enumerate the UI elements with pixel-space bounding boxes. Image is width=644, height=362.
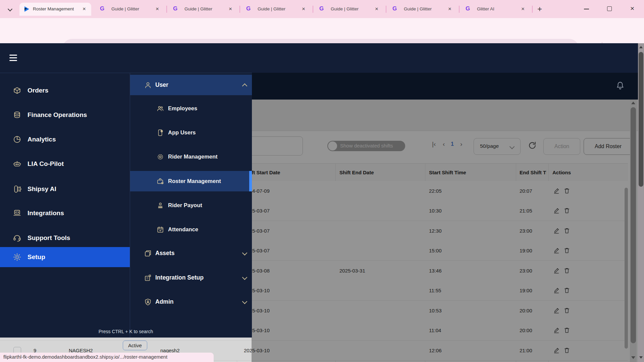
close-icon[interactable]: × xyxy=(229,6,232,12)
chevron-down-icon xyxy=(8,7,12,11)
tab-title: Guide | Glitter xyxy=(258,6,297,11)
close-icon[interactable]: × xyxy=(156,6,159,12)
close-icon[interactable]: × xyxy=(448,6,451,12)
tab-guide-5[interactable]: G Guide | Glitter × xyxy=(386,3,459,16)
flyout-item-rider-management[interactable]: Rider Management xyxy=(130,146,252,167)
flyout-item-employees[interactable]: Employees xyxy=(130,98,252,119)
glitter-favicon-icon: G xyxy=(173,5,177,12)
navigation-drawer: Orders Finance Operations Analytics LIA … xyxy=(0,73,252,337)
flyout-item-roster-management[interactable]: Roster Management xyxy=(130,171,252,191)
flyout-item-integration-setup[interactable]: Integration Setup xyxy=(130,267,252,288)
window-maximize-button[interactable] xyxy=(607,6,612,11)
new-tab-button[interactable]: + xyxy=(537,4,542,14)
tab-separator xyxy=(532,6,533,13)
tab-glitter-ai[interactable]: G Glitter AI × xyxy=(459,3,532,16)
chevron-up-icon xyxy=(242,83,248,89)
store-bar: Current Store FLIP3, FLIP3 xyxy=(252,73,644,100)
chevron-down-icon xyxy=(242,275,248,280)
flyout-item-admin[interactable]: Admin xyxy=(130,292,252,312)
scroll-up-icon[interactable] xyxy=(639,46,643,48)
glitter-favicon-icon: G xyxy=(246,5,251,12)
sidebar-item-analytics[interactable]: Analytics xyxy=(0,129,130,149)
glitter-favicon-icon: G xyxy=(319,5,324,12)
tab-guide-3[interactable]: G Guide | Glitter × xyxy=(239,3,313,16)
user-icon xyxy=(144,81,152,89)
sidebar-item-support-tools[interactable]: Support Tools xyxy=(0,228,130,248)
headset-icon xyxy=(13,234,21,242)
sidebar-item-finance-operations[interactable]: Finance Operations xyxy=(0,105,130,125)
close-icon[interactable]: × xyxy=(302,6,305,12)
rider-payout-icon xyxy=(157,202,164,209)
screen: Roster Management × G Guide | Glitter × … xyxy=(0,0,644,362)
dim-overlay xyxy=(252,100,638,362)
tab-title: Guide | Glitter xyxy=(184,6,224,11)
window-minimize-button[interactable] xyxy=(584,9,589,9)
glitter-favicon-icon: G xyxy=(100,5,104,12)
orders-box-icon xyxy=(13,86,21,95)
sidebar-item-orders[interactable]: Orders xyxy=(0,80,130,101)
sidebar-item-lia-co-pilot[interactable]: LIA Co-Pilot xyxy=(0,154,130,174)
app-header: Setup ? R xyxy=(0,43,644,73)
pie-chart-icon xyxy=(13,135,21,144)
tab-guide-4[interactable]: G Guide | Glitter × xyxy=(313,3,386,16)
sidebar: Orders Finance Operations Analytics LIA … xyxy=(0,73,130,338)
close-icon[interactable]: × xyxy=(521,6,525,12)
tab-guide-2[interactable]: G Guide | Glitter × xyxy=(166,3,239,16)
setup-flyout-menu: User Employees App Users Rider Managemen… xyxy=(130,73,252,338)
tab-title: Roster Management xyxy=(33,6,82,11)
status-url: flipkarthl-fk-demo.demodashboardsandbox2… xyxy=(3,354,167,360)
glitter-favicon-icon: G xyxy=(392,5,397,12)
rider-management-icon xyxy=(157,153,164,161)
employees-icon xyxy=(157,105,164,112)
sidebar-item-integrations[interactable]: Integrations xyxy=(0,203,130,223)
browser-scrollbar[interactable] xyxy=(638,43,644,362)
search-shortcut-hint: Press CTRL + K to search xyxy=(0,329,252,334)
tab-title: Guide | Glitter xyxy=(111,6,151,11)
tab-title: Glitter AI xyxy=(477,6,517,11)
status-bar: flipkarthl-fk-demo.demodashboardsandbox2… xyxy=(0,353,214,362)
tab-title: Guide | Glitter xyxy=(331,6,370,11)
shipsy-favicon-icon xyxy=(24,6,30,12)
assets-icon xyxy=(144,249,152,257)
app-users-icon xyxy=(157,129,164,136)
attendance-calendar-icon xyxy=(157,226,164,233)
scroll-down-icon[interactable] xyxy=(639,356,643,359)
integration-setup-icon xyxy=(144,274,152,282)
flyout-item-assets[interactable]: Assets xyxy=(130,243,252,263)
flyout-item-attendance[interactable]: Attendance xyxy=(130,219,252,240)
close-icon[interactable]: × xyxy=(375,6,378,12)
browser-tab-bar: Roster Management × G Guide | Glitter × … xyxy=(0,0,644,18)
ai-brain-icon xyxy=(13,185,21,193)
active-accent-bar xyxy=(249,171,252,191)
tab-roster-management[interactable]: Roster Management × xyxy=(19,3,91,16)
sidebar-item-setup[interactable]: Setup xyxy=(0,247,130,267)
admin-shield-icon xyxy=(144,298,152,306)
store-bell-icon[interactable] xyxy=(616,81,625,90)
browser-toolbar: ← → flipkarthl-fk-demo.demodashboardsand… xyxy=(0,18,644,43)
close-icon[interactable]: × xyxy=(83,6,86,12)
tab-title: Guide | Glitter xyxy=(404,6,443,11)
gear-icon xyxy=(13,253,21,261)
laptop-code-icon xyxy=(13,209,21,218)
browser-scrollbar-thumb[interactable] xyxy=(639,52,643,187)
tab-search-button[interactable] xyxy=(5,5,15,14)
glitter-favicon-icon: G xyxy=(466,5,470,12)
coins-icon xyxy=(13,111,21,119)
flyout-item-rider-payout[interactable]: Rider Payout xyxy=(130,195,252,216)
flyout-item-user[interactable]: User xyxy=(130,75,252,95)
sidebar-item-shipsy-ai[interactable]: Shipsy AI xyxy=(0,179,130,199)
roster-management-icon xyxy=(157,178,164,185)
chevron-down-icon xyxy=(242,299,248,304)
robot-icon xyxy=(13,160,21,168)
flyout-item-app-users[interactable]: App Users xyxy=(130,122,252,143)
tab-guide-1[interactable]: G Guide | Glitter × xyxy=(93,3,166,16)
chevron-down-icon xyxy=(242,250,248,256)
window-close-button[interactable]: × xyxy=(630,4,634,12)
